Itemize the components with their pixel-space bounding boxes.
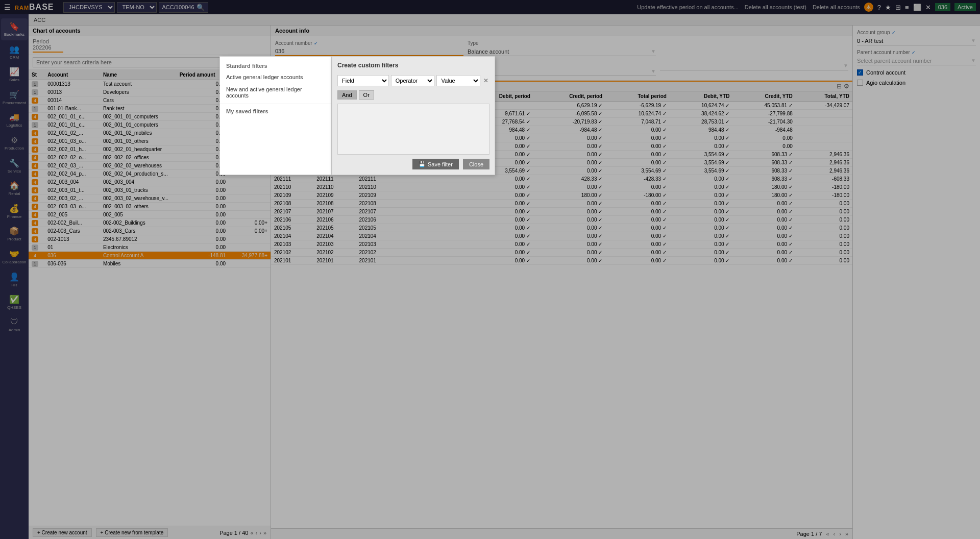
value-select[interactable]: Value (436, 75, 480, 86)
operator-select[interactable]: Operator (391, 75, 435, 86)
field-select[interactable]: Field (337, 75, 389, 86)
modal-container: Standard filters Active general ledger a… (219, 56, 495, 175)
sf-item-active[interactable]: Active general ledger accounts (220, 71, 331, 83)
modal-overlay: Standard filters Active general ledger a… (0, 0, 980, 539)
and-button[interactable]: And (337, 90, 357, 100)
save-filter-button[interactable]: 💾 Save filter (412, 159, 459, 169)
save-icon: 💾 (419, 161, 426, 167)
close-modal-button[interactable]: Close (463, 159, 489, 169)
or-button[interactable]: Or (359, 90, 374, 100)
sf-divider (220, 104, 331, 104)
custom-filters-modal: Create custom filters Field Operator Val… (332, 56, 495, 175)
and-or-buttons: And Or (337, 90, 489, 100)
standard-filters-title: Standard filters (220, 61, 331, 71)
custom-filters-title: Create custom filters (337, 62, 489, 69)
custom-filter-row: Field Operator Value ✕ (337, 75, 489, 86)
sf-saved-filters: My saved filters (220, 106, 331, 116)
filter-content-area (337, 104, 489, 155)
sf-item-new-active[interactable]: New and active general ledger accounts (220, 83, 331, 102)
remove-filter-row-btn[interactable]: ✕ (482, 76, 489, 85)
standard-filters-panel: Standard filters Active general ledger a… (219, 56, 332, 175)
custom-filters-footer: 💾 Save filter Close (337, 159, 489, 169)
